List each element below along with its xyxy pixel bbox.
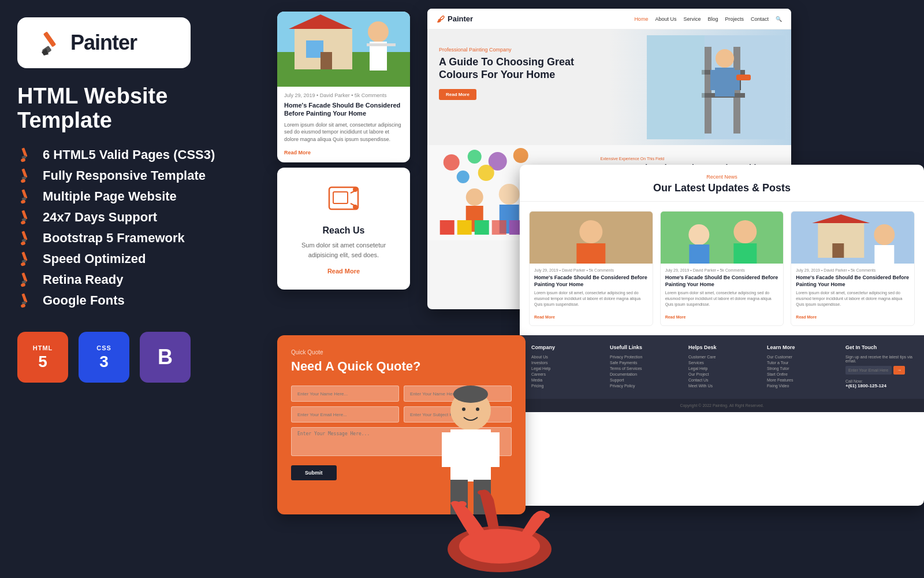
site-hero-sub: Professional Painting Company xyxy=(439,47,589,53)
lp-post-2-title: Home's Facade Should Be Considered Befor… xyxy=(665,275,779,288)
nav-contact: Contact xyxy=(751,16,769,22)
quote-submit-btn[interactable]: Submit xyxy=(291,465,337,480)
lp-post-2-link[interactable]: Read More xyxy=(665,315,686,319)
footer-link: Legal Help xyxy=(688,366,755,370)
footer-link: Start Onfire xyxy=(767,372,834,376)
quote-title: Need A Quick Quote? xyxy=(291,359,512,374)
html5-label: HTML xyxy=(33,344,53,351)
footer-link: Privacy Protection xyxy=(610,355,677,359)
footer-link: Our Customer xyxy=(767,355,834,359)
feature-item-5: Bootstrap 5 Framework xyxy=(17,230,260,246)
svg-point-56 xyxy=(468,150,482,164)
lp-header: Recent News Our Latest Updates & Posts xyxy=(520,165,924,202)
feature-item-2: Fully Responsive Template xyxy=(17,168,260,184)
footer-col-1: Company About Us Investors Legal Help Ca… xyxy=(531,344,598,390)
paint-brush-icon-2 xyxy=(17,168,33,184)
blog-card-title: Home's Facade Should Be Considered Befor… xyxy=(284,101,403,118)
footer-link: Investors xyxy=(531,361,598,365)
svg-point-60 xyxy=(478,165,494,181)
site-hero-btn[interactable]: Read More xyxy=(439,89,476,100)
footer-link: Tutor a Tour xyxy=(767,361,834,365)
feature-item-7: Retina Ready xyxy=(17,272,260,288)
footer-link: About Us xyxy=(531,355,598,359)
site-hero: Professional Painting Company A Guide To… xyxy=(427,29,791,145)
quote-sub: Quick Quote xyxy=(291,349,512,355)
reach-us-link[interactable]: Read More xyxy=(327,268,360,275)
svg-rect-38 xyxy=(333,192,348,203)
section2-sub: Extensive Experience On This Field xyxy=(601,157,783,161)
lp-header-sub: Recent News xyxy=(531,174,912,180)
svg-point-55 xyxy=(444,154,460,171)
nav-blog: Blog xyxy=(707,16,718,22)
quote-name-input[interactable] xyxy=(291,386,399,402)
logo-box: Painter xyxy=(17,17,191,68)
feature-text-4: 24x7 Days Support xyxy=(43,210,157,225)
site-nav-links: Home About Us Service Blog Projects Cont… xyxy=(634,16,782,22)
lp-post-1-title: Home's Facade Should Be Considered Befor… xyxy=(534,275,648,288)
feature-text-8: Google Fonts xyxy=(43,293,125,308)
blog-card-link[interactable]: Read More xyxy=(284,150,311,155)
svg-point-41 xyxy=(353,187,357,192)
lp-post-1-image xyxy=(530,212,653,264)
svg-point-79 xyxy=(733,220,757,243)
footer-call-label: Call Now: xyxy=(845,379,912,383)
svg-point-61 xyxy=(466,188,483,206)
tech-badges: HTML 5 CSS 3 B xyxy=(17,332,260,383)
footer-link: Our Project xyxy=(688,372,755,376)
svg-point-99 xyxy=(542,513,550,518)
footer-link: Strong Tutor xyxy=(767,366,834,370)
lp-header-title: Our Latest Updates & Posts xyxy=(531,182,912,194)
footer-col-2-title: Usefull Links xyxy=(610,344,677,350)
blog-card-text: Lorem ipsum dolor sit amet, consectetur … xyxy=(284,121,403,143)
site-hero-title: A Guide To Choosing Great Colours For Yo… xyxy=(439,56,589,81)
lp-post-2-image xyxy=(661,212,784,264)
screenshots-area: July 29, 2019 • David Parker • 5k Commen… xyxy=(271,0,924,578)
left-panel: Painter HTML Website Template 6 HTML5 Va… xyxy=(0,0,277,578)
svg-point-94 xyxy=(462,407,465,411)
footer-link: Terms of Services xyxy=(610,366,677,370)
lp-post-3-image xyxy=(791,212,914,264)
nav-about: About Us xyxy=(655,16,676,22)
lp-post-3: July 29, 2019 • David Parker • 5k Commen… xyxy=(791,211,915,326)
quote-email-input[interactable] xyxy=(291,406,399,423)
footer-link: Fixing Video xyxy=(767,384,834,388)
feature-list: 6 HTML5 Valid Pages (CSS3) Fully Respons… xyxy=(17,147,260,309)
blog-card-body: July 29, 2019 • David Parker • 5k Commen… xyxy=(277,87,410,162)
footer-subscribe-btn[interactable]: → xyxy=(893,366,905,375)
lp-post-3-link[interactable]: Read More xyxy=(796,315,817,319)
nav-projects: Projects xyxy=(725,16,744,22)
paint-brush-icon-4 xyxy=(17,209,33,225)
svg-point-63 xyxy=(499,184,520,205)
site-hero-content: Professional Painting Company A Guide To… xyxy=(439,47,589,100)
lp-post-2: July 29, 2019 • David Parker • 5k Commen… xyxy=(660,211,784,326)
footer-link: Documentation xyxy=(610,372,677,376)
svg-rect-84 xyxy=(833,243,844,258)
paint-brush-icon-3 xyxy=(17,188,33,205)
feature-text-2: Fully Responsive Template xyxy=(43,168,206,183)
paint-brush-icon-5 xyxy=(17,230,33,246)
svg-point-98 xyxy=(457,501,467,507)
footer-link: Safe Payments xyxy=(610,361,677,365)
latest-posts-screenshot: Recent News Our Latest Updates & Posts J… xyxy=(520,165,924,506)
svg-rect-78 xyxy=(689,244,709,264)
lp-post-1: July 29, 2019 • David Parker • 5k Commen… xyxy=(529,211,653,326)
footer-copyright: Copyright © 2022 Painting. All Right Res… xyxy=(520,399,924,412)
main-title: HTML Website Template xyxy=(17,84,260,133)
lp-post-3-body: July 29, 2019 • David Parker • 5k Commen… xyxy=(791,264,914,325)
bootstrap-num: B xyxy=(158,347,173,368)
footer-col-3-title: Helps Desk xyxy=(688,344,755,350)
footer-col-4: Learn More Our Customer Tutor a Tour Str… xyxy=(767,344,834,390)
svg-rect-86 xyxy=(875,245,895,264)
lp-post-3-meta: July 29, 2019 • David Parker • 5k Commen… xyxy=(796,268,910,272)
nav-search-icon: 🔍 xyxy=(776,16,782,22)
svg-point-93 xyxy=(453,386,488,403)
lp-post-1-body: July 29, 2019 • David Parker • 5k Commen… xyxy=(530,264,653,325)
lp-footer: Company About Us Investors Legal Help Ca… xyxy=(520,335,924,399)
footer-email-input[interactable] xyxy=(845,366,892,375)
feature-item: 6 HTML5 Valid Pages (CSS3) xyxy=(17,147,260,163)
lp-post-1-link[interactable]: Read More xyxy=(534,315,555,319)
reach-us-text: Sum dolor sit amet consetetur adipisicin… xyxy=(289,240,398,260)
footer-newsletter-form: → xyxy=(845,366,912,375)
footer-link: More Features xyxy=(767,378,834,382)
feature-item-3: Multiple Page Website xyxy=(17,188,260,205)
